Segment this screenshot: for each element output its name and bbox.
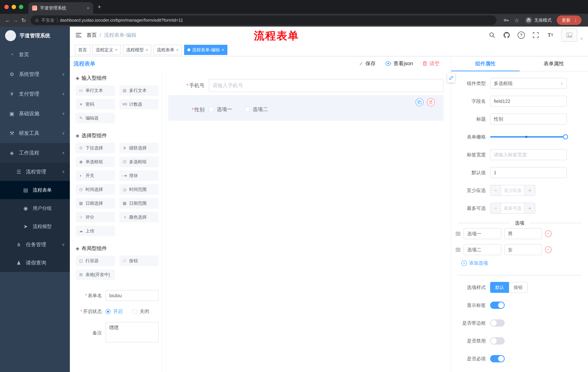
- update-button[interactable]: 更新 ⋮: [557, 15, 581, 25]
- key-icon[interactable]: [504, 17, 509, 23]
- selected-component-gender[interactable]: *性别 选项一 选项二: [168, 95, 443, 121]
- remove-option-button[interactable]: −: [545, 230, 552, 237]
- disabled-switch[interactable]: [490, 337, 505, 344]
- tag-close-icon[interactable]: ×: [146, 47, 148, 53]
- sidebar-item-infra[interactable]: ▣ 基础设施 ∨: [0, 104, 70, 123]
- sidebar-item-process-form[interactable]: ▤ 流程表单: [0, 181, 70, 199]
- tag-process-form[interactable]: 流程表单 ×: [154, 45, 182, 55]
- browser-tab[interactable]: 芋道管理系统 ×: [28, 2, 93, 14]
- sidebar-item-leave-query[interactable]: ♟ 请假查询: [0, 254, 70, 272]
- component-item-button[interactable]: □ 按钮: [119, 255, 159, 266]
- min-select-input[interactable]: [501, 185, 524, 195]
- caret-down-icon[interactable]: ∨: [580, 36, 583, 41]
- add-option-button[interactable]: + 添加选项: [461, 260, 588, 266]
- clear-button[interactable]: 清空: [422, 60, 440, 67]
- component-item-password[interactable]: ∗ 密码: [76, 99, 115, 110]
- tab-close-icon[interactable]: ×: [87, 5, 90, 11]
- sidebar-item-payment[interactable]: ¥ 支付管理 ∨: [0, 84, 70, 104]
- copy-component-button[interactable]: [416, 98, 423, 106]
- option-value-input[interactable]: [504, 244, 542, 255]
- link-handle-icon[interactable]: [447, 73, 455, 83]
- component-item-slider[interactable]: –● 滑块: [119, 170, 159, 181]
- tag-process-model[interactable]: 流程模型 ×: [123, 45, 151, 55]
- delete-component-button[interactable]: [427, 98, 435, 106]
- gender-checkbox-option2[interactable]: 选项二: [245, 106, 268, 113]
- checkbox-icon[interactable]: [209, 107, 214, 112]
- breadcrumb-home[interactable]: 首页: [87, 32, 97, 39]
- sidebar-item-process-model[interactable]: ➤ 流程模型: [0, 217, 70, 235]
- sidebar-item-task-mgmt[interactable]: ⋔ 任务管理 ∨: [0, 235, 70, 254]
- option-style-default-button[interactable]: 默认: [490, 282, 509, 293]
- github-icon[interactable]: [503, 32, 510, 39]
- required-switch[interactable]: [490, 355, 505, 362]
- sidebar-item-system[interactable]: ⚙ 系统管理 ∨: [0, 64, 70, 84]
- title-input[interactable]: [490, 114, 567, 125]
- component-item-radio-group[interactable]: ◉ 单选框组: [76, 157, 115, 167]
- sidebar-item-process-mgmt[interactable]: ☰ 流程管理 ∧: [0, 163, 70, 181]
- checkbox-icon[interactable]: [245, 107, 250, 112]
- remove-option-button[interactable]: −: [545, 246, 552, 253]
- tag-close-icon[interactable]: ×: [176, 47, 179, 53]
- plus-button[interactable]: +: [524, 203, 535, 213]
- remark-textarea[interactable]: 嘿嘿: [105, 322, 159, 342]
- option-style-button-button[interactable]: 按钮: [509, 282, 528, 293]
- traffic-light-close[interactable]: [4, 5, 9, 9]
- component-item-switch[interactable]: ◐ 开关: [76, 170, 115, 181]
- tag-close-icon[interactable]: ×: [115, 47, 117, 53]
- address-bar[interactable]: ⚠ 不安全 dashboard.yudao.iocoder.cn/bpm/man…: [31, 15, 496, 25]
- default-value-input[interactable]: [490, 167, 567, 178]
- sidebar-item-devtools[interactable]: ⚒ 研发工具 ∨: [0, 123, 70, 143]
- tab-form-props[interactable]: 表单属性: [520, 56, 588, 71]
- component-item-date-range[interactable]: ▩ 日期范围: [119, 198, 159, 209]
- option-name-input[interactable]: [463, 228, 501, 239]
- component-item-textarea[interactable]: ▤ 多行文本: [119, 85, 159, 96]
- form-grid-slider[interactable]: [490, 136, 566, 138]
- back-icon[interactable]: ←: [4, 17, 12, 23]
- forward-icon[interactable]: →: [12, 17, 20, 23]
- component-type-select[interactable]: 多选框组 ∨: [490, 78, 567, 89]
- component-item-counter[interactable]: 123 计数器: [119, 99, 159, 110]
- sidebar-item-workflow[interactable]: ◈ 工作流程 ∧: [0, 143, 70, 163]
- slider-handle[interactable]: [563, 134, 568, 139]
- show-label-switch[interactable]: [490, 302, 505, 309]
- field-name-input[interactable]: [490, 96, 567, 107]
- tag-process-form-edit[interactable]: 流程表单-编辑 ×: [184, 45, 227, 55]
- fullscreen-icon[interactable]: [532, 32, 539, 39]
- new-tab-button[interactable]: +: [97, 4, 101, 10]
- component-item-select[interactable]: ⊙ 下拉选择: [76, 143, 115, 153]
- tag-home[interactable]: 首页: [75, 45, 90, 55]
- component-item-checkbox-group[interactable]: ☑ 多选框组: [119, 157, 159, 167]
- bookmark-star-icon[interactable]: ☆: [514, 17, 519, 23]
- tag-process-definition[interactable]: 流程定义 ×: [92, 45, 121, 55]
- component-item-cascader[interactable]: ⋔ 级联选择: [119, 143, 159, 153]
- component-item-color-picker[interactable]: ◑ 颜色选择: [119, 212, 159, 223]
- component-item-row-container[interactable]: ◫ 行容器: [76, 255, 115, 266]
- form-name-input[interactable]: [105, 290, 159, 301]
- component-item-input[interactable]: ▭ 单行文本: [76, 85, 115, 96]
- status-on-radio[interactable]: 开启: [105, 308, 123, 315]
- label-width-input[interactable]: [490, 149, 567, 160]
- menu-dots-icon[interactable]: ⋮: [573, 18, 578, 23]
- tab-component-props[interactable]: 组件属性: [451, 56, 520, 71]
- form-canvas[interactable]: *手机号 *性别 选项一: [162, 70, 451, 372]
- sidebar-item-home[interactable]: ◔ 首页: [0, 45, 70, 64]
- tag-close-icon[interactable]: ×: [221, 47, 224, 53]
- component-item-rate[interactable]: ☆ 评分: [76, 212, 115, 223]
- hamburger-button[interactable]: [76, 33, 82, 37]
- plus-button[interactable]: +: [524, 185, 535, 195]
- drag-handle-icon[interactable]: [456, 232, 461, 236]
- component-item-time-picker[interactable]: ◷ 时间选择: [76, 184, 115, 195]
- view-json-button[interactable]: 查看json: [385, 60, 413, 67]
- border-switch[interactable]: [490, 319, 505, 327]
- sidebar-item-user-group[interactable]: ◉ 用户分组: [0, 199, 70, 217]
- phone-field-input[interactable]: [209, 79, 443, 92]
- reload-icon[interactable]: ↻: [20, 17, 28, 23]
- search-icon[interactable]: [488, 32, 496, 39]
- component-item-upload[interactable]: ☁ 上传: [76, 226, 115, 236]
- component-item-date-picker[interactable]: ▦ 日期选择: [76, 198, 115, 209]
- minus-button[interactable]: −: [491, 203, 501, 213]
- option-name-input[interactable]: [463, 244, 501, 255]
- save-button[interactable]: ✓ 保存: [359, 60, 376, 67]
- component-item-editor[interactable]: ✎ 编辑器: [76, 113, 115, 123]
- status-off-radio[interactable]: 关闭: [132, 308, 149, 315]
